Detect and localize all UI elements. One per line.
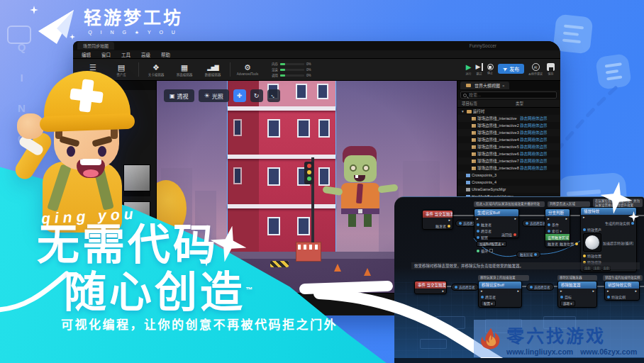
sun-icon: ☀ — [204, 92, 210, 99]
ai-suggest-button[interactable]: AI AI创作建议 — [528, 63, 543, 76]
publish-button[interactable]: ➤ 发布 — [498, 64, 525, 74]
traffic-light-actor[interactable] — [303, 157, 324, 242]
graph-comment-text: 效果移除时移除表现效果，并移除实际负责技能效果的触发器。 — [411, 262, 640, 269]
toolbar-ui-editor-button[interactable]: ▦ 界面编辑器 — [170, 63, 199, 77]
node-comment: 销毁生成的加速特效实例 — [603, 275, 643, 281]
node-comment: 移除区域触发器 — [557, 275, 597, 281]
zombie-actor[interactable] — [328, 146, 396, 237]
mascot-eye — [98, 146, 106, 157]
outliner-row[interactable]: ▾运行时 — [457, 108, 560, 115]
node-comment: 移除玩家身上的加速效果 — [478, 275, 529, 281]
branch-node[interactable]: 分支判断 ▸▸ 条件 索引 ▾ 设置触发区域 触发者触发位置 — [545, 208, 570, 247]
outliner-row[interactable]: Crosspoints_3 — [457, 172, 560, 179]
search-icon — [463, 94, 467, 97]
render-bar — [280, 69, 304, 71]
function-node[interactable]: 生成玩家Buff ▸▸ 触发者 携带者 配置 加速Buff配置表 ▾ 循环 返回… — [474, 208, 519, 238]
stop-button[interactable]: 停止 — [487, 63, 494, 75]
tm-mark: ™ — [245, 286, 252, 294]
perspective-icon: ▣ — [170, 93, 175, 99]
bar-chart-icon: ▂▅▇ — [207, 63, 218, 72]
brand-subtitle: Q I N G ★ Y O U — [84, 30, 183, 35]
calls-bar — [280, 74, 304, 77]
wire-pill[interactable]: 选择携带者 — [526, 284, 554, 291]
hero-line1: 无需代码 — [37, 224, 218, 267]
memory-bar — [280, 63, 304, 65]
outliner-row[interactable]: 球场边界线_interactive7静态网格体边界 — [457, 157, 560, 164]
outliner-row[interactable]: 球场边界线_interactive3静态网格体边界 — [457, 129, 560, 136]
mascot-helmet-brim — [40, 113, 135, 133]
move-icon: ✚ — [237, 92, 243, 99]
traffic-cone[interactable] — [364, 268, 371, 276]
node-comment: 给进入区域内的玩家添加加速效果并播放特效 — [474, 201, 545, 207]
hero-subtitle: 可视化编程，让你的创意不再被代码拒之门外 — [61, 315, 338, 333]
watermark-site-name: 零六找游戏 — [506, 322, 637, 347]
traffic-cone[interactable] — [334, 264, 341, 272]
editor-menubar: 编辑 窗口 工具 高级 帮助 — [73, 50, 560, 59]
paper-plane-icon: ➤ — [501, 65, 509, 72]
outliner-row[interactable]: 球场边界线_interactive8静态网格体边界 — [457, 164, 560, 172]
outliner-row[interactable]: 球场边界线_interactive6静态网格体边界 — [457, 150, 560, 157]
outliner-header: 项目标签 类型 — [457, 100, 560, 108]
event-node[interactable]: 事件 当交互触发 ▸ — [414, 281, 447, 294]
rotate-tool-button[interactable]: ↻ — [250, 89, 263, 102]
watermark-url-1: www.lingliuyx.com — [506, 347, 573, 356]
outliner-row[interactable]: UltraGameSyncMgr — [457, 186, 560, 193]
function-node[interactable]: 移除触发器 ▸▸ 目标 选项 ▾ — [557, 281, 597, 308]
gear-icon: ⚙ — [244, 63, 251, 72]
perspective-button[interactable]: ▣ 透视 — [164, 89, 194, 102]
function-node[interactable]: 移除玩家Buff ▸▸ 携带者 配置 ▾ — [478, 281, 522, 308]
lighting-button[interactable]: ☀ 光照 — [199, 89, 229, 102]
window-title: FunnySoccer — [470, 43, 496, 48]
run-button[interactable]: ▶ 运行 — [466, 63, 472, 76]
node-comment: 判断是否进入区域 — [548, 201, 590, 207]
search-input[interactable] — [469, 93, 540, 97]
toolbar-data-editor-button[interactable]: ▂▅▇ 数据编辑器 — [199, 63, 227, 77]
scale-tool-button[interactable]: ↔ — [267, 89, 280, 102]
toolbar-advanced-tools-button[interactable]: ⚙ AdvancedTools — [233, 63, 262, 76]
skip-button[interactable]: ▶ 跳过 — [476, 63, 483, 76]
barrier-prop[interactable] — [270, 261, 289, 267]
window-outline-icon — [7, 26, 31, 44]
world-outliner-tab[interactable]: 世界大纲视图 × — [460, 82, 509, 89]
watermark-banner: 零六找游戏 www.lingliuyx.com www.06zyx.com — [474, 320, 644, 357]
save-button[interactable]: 保存 — [547, 63, 555, 76]
ai-icon: AI — [532, 63, 540, 71]
brand-title: 轻游梦工坊 — [84, 7, 183, 28]
stop-icon — [487, 64, 494, 70]
viewport-toolbar: ▣ 透视 ☀ 光照 ✚ ↻ ↔ — [164, 89, 280, 102]
asset-preview[interactable] — [583, 233, 601, 252]
close-icon[interactable]: × — [502, 84, 505, 88]
shop-prop[interactable] — [296, 242, 321, 262]
promo-banner: QINGYOU 场景同步地图 FunnySoccer 编辑 窗口 工具 高级 帮… — [0, 0, 644, 363]
watermark-url-2: www.06zyx.com — [580, 347, 637, 356]
outliner-row[interactable]: 球场边界线_interactive静态网格体边界 — [457, 115, 560, 122]
save-icon — [547, 63, 555, 71]
outliner-row[interactable]: Crosspoints_4 — [457, 179, 560, 186]
menu-edit[interactable]: 编辑 — [82, 51, 91, 58]
folder-icon — [466, 84, 471, 87]
menu-help[interactable]: 帮助 — [161, 51, 170, 58]
wire-pill[interactable]: 触发区域 — [516, 251, 540, 258]
outliner-row[interactable]: 球场边界线_interactive5静态网格体边界 — [457, 143, 560, 150]
outliner-search[interactable] — [460, 91, 557, 99]
event-node[interactable]: 事件 当交互触发 ▸ 触发者 — [422, 210, 453, 230]
paper-plane-logo-icon — [35, 7, 77, 45]
ghost-node — [435, 316, 465, 329]
move-tool-button[interactable]: ✚ — [233, 89, 246, 102]
skip-icon: ▶ — [476, 63, 483, 71]
mascot-eye — [67, 146, 75, 157]
menu-tools[interactable]: 工具 — [121, 51, 131, 58]
function-node[interactable]: 销毁特效实例 ▸▸ 特效实例 — [604, 281, 640, 301]
toolbar-separator — [230, 62, 231, 77]
ghost-node — [420, 339, 447, 349]
menu-advanced[interactable]: 高级 — [141, 51, 150, 58]
outliner-row[interactable]: 球场边界线_interactive4静态网格体边界 — [457, 136, 560, 143]
brand-logo: 轻游梦工坊 Q I N G ★ Y O U — [35, 7, 183, 45]
outliner-row[interactable]: 球场边界线_interactive2静态网格体边界 — [457, 122, 560, 129]
scale-icon: ↔ — [269, 91, 278, 100]
flame-logo-icon — [478, 325, 504, 353]
rotate-icon: ↻ — [254, 92, 260, 99]
level-editor-icon: ❖ — [152, 63, 160, 72]
wire-pill[interactable]: 选择携带者 — [451, 284, 479, 291]
menu-window[interactable]: 窗口 — [101, 51, 111, 58]
